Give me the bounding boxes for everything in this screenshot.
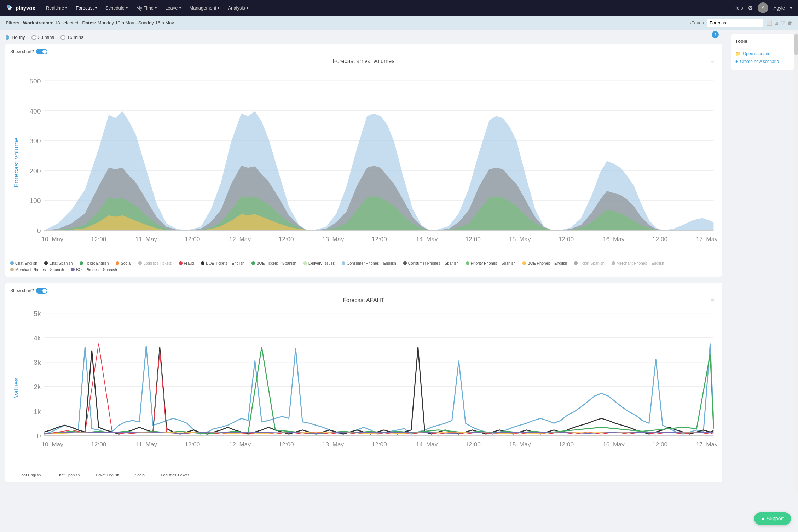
legend-dot (44, 261, 48, 265)
chevron-down-icon: ▾ (65, 6, 67, 10)
legend-dot (179, 261, 183, 265)
radio-15mins[interactable]: 15 mins (60, 35, 83, 40)
create-scenario-btn[interactable]: + Create new scenario (735, 58, 790, 65)
chart2-svg: Values 5k 4k 3k 2k 1k 0 (10, 306, 717, 469)
svg-text:2k: 2k (34, 383, 41, 391)
chart2-card: Show chart? Forecast AFAHT ≡ Values (5, 283, 722, 482)
legend-line (87, 475, 94, 475)
scrollbar-thumb[interactable] (794, 34, 798, 55)
show-chart-toggle-2[interactable] (36, 288, 47, 294)
content-area: Hourly 30 mins 15 mins Show chart? Forec… (0, 30, 727, 492)
radio-hourly[interactable]: Hourly (5, 35, 25, 40)
filters-label: Filters (6, 20, 19, 25)
legend-dot (303, 261, 307, 265)
nav-forecast[interactable]: Forecast ▾ (72, 0, 100, 16)
bookmark-icon[interactable]: ⊞ (774, 20, 779, 26)
tools-box: Tools 📁 Open scenario + Create new scena… (731, 34, 794, 70)
svg-text:300: 300 (29, 137, 41, 145)
legend-item: Merchant Phones – Spanish (10, 267, 64, 272)
logo[interactable]: playvox (6, 4, 35, 12)
svg-text:13. May: 13. May (322, 441, 344, 448)
svg-text:1k: 1k (34, 407, 41, 415)
nav-my-time[interactable]: My Time ▾ (133, 0, 160, 16)
sidebar-tools: Tools 📁 Open scenario + Create new scena… (727, 30, 798, 492)
radio-circle-30mins (31, 35, 36, 40)
legend-dot (342, 261, 345, 265)
filters-info: Workstreams: 18 selected Dates: Monday 1… (23, 20, 689, 25)
chart1-menu-icon[interactable]: ≡ (711, 58, 714, 64)
chart1-card: Show chart? Forecast arrival volumes ≡ F… (5, 44, 722, 277)
svg-text:15. May: 15. May (509, 236, 531, 243)
svg-text:12. May: 12. May (229, 236, 251, 243)
legend-dot (10, 268, 14, 271)
legend-item: Logistics Tickets (138, 261, 172, 265)
chevron-down-icon: ▾ (155, 6, 157, 10)
svg-text:12:00: 12:00 (372, 441, 387, 448)
help-badge[interactable]: ? (712, 31, 719, 38)
legend-item: Social (116, 261, 131, 265)
legend-dot (80, 261, 83, 265)
legend-dot (251, 261, 255, 265)
nav-management[interactable]: Management ▾ (186, 0, 223, 16)
svg-text:12:00: 12:00 (652, 441, 667, 448)
legend-item: Fraud (179, 261, 194, 265)
nav-leave[interactable]: Leave ▾ (162, 0, 184, 16)
main-layout: Hourly 30 mins 15 mins Show chart? Forec… (0, 30, 798, 492)
nav-realtime[interactable]: Realtime ▾ (42, 0, 71, 16)
chevron-down-icon: ▾ (247, 6, 248, 10)
legend-line (48, 475, 55, 475)
legend-item: Ticket English (87, 473, 119, 477)
radio-30mins[interactable]: 30 mins (31, 35, 54, 40)
svg-text:10. May: 10. May (41, 236, 63, 243)
legend-item: Delivery Issues (303, 261, 335, 265)
nav-schedule[interactable]: Schedule ▾ (102, 0, 131, 16)
legend-item: Priority Phones – Spanish (466, 261, 516, 265)
radio-circle-hourly (5, 35, 10, 40)
faves-icons: ⬜ ⊞ ♡ 🗑 (766, 20, 792, 26)
svg-text:12:00: 12:00 (278, 236, 294, 243)
svg-text:12:00: 12:00 (185, 441, 200, 448)
chevron-down-icon: ▾ (218, 6, 219, 10)
chart2-wrapper: Forecast AFAHT ≡ Values 5k 4k 3k (10, 297, 717, 469)
navbar: playvox Realtime ▾ Forecast ▾ Schedule ▾… (0, 0, 798, 16)
legend-item: BOE Tickets – Spanish (251, 261, 296, 265)
legend-item: Chat English (10, 473, 41, 477)
chart2-menu-icon[interactable]: ≡ (711, 297, 714, 303)
legend-dot (116, 261, 119, 265)
legend-line (126, 475, 133, 475)
legend-line (152, 475, 160, 475)
legend-item: Ticket Spanish (574, 261, 605, 265)
svg-text:11. May: 11. May (135, 236, 157, 243)
gear-icon[interactable]: ⚙ (748, 5, 753, 11)
svg-text:200: 200 (29, 167, 41, 175)
legend-item: Chat Spanish (48, 473, 80, 477)
faves-label: Faves (692, 20, 704, 25)
faves-input[interactable] (707, 19, 763, 27)
show-chart-toggle-1[interactable] (36, 49, 47, 54)
legend-dot (201, 261, 204, 265)
scrollbar-track[interactable] (794, 30, 798, 492)
legend-item: Consumer Phones – English (342, 261, 396, 265)
folder-icon: 📁 (735, 51, 741, 56)
svg-text:Forecast volume: Forecast volume (12, 137, 20, 187)
user-name[interactable]: Agyle (773, 5, 785, 11)
svg-text:14. May: 14. May (416, 441, 438, 448)
chevron-down-icon: ▾ (790, 5, 792, 11)
filters-bar: Filters Workstreams: 18 selected Dates: … (0, 16, 798, 30)
help-link[interactable]: Help (734, 5, 743, 11)
heart-icon[interactable]: ♡ (781, 20, 785, 26)
chart1-legend: Chat English Chat Spanish Ticket English… (10, 261, 717, 272)
legend-item: Consumer Phones – Spanish (403, 261, 459, 265)
save-icon[interactable]: ⬜ (766, 20, 772, 26)
svg-text:10. May: 10. May (41, 441, 63, 448)
svg-text:11. May: 11. May (135, 441, 157, 448)
legend-item: BOE Phones – English (522, 261, 567, 265)
nav-analysis[interactable]: Analysis ▾ (224, 0, 251, 16)
svg-text:Values: Values (12, 378, 20, 398)
radio-group: Hourly 30 mins 15 mins (5, 35, 722, 40)
delete-icon[interactable]: 🗑 (787, 20, 792, 26)
chevron-down-icon: ▾ (126, 6, 128, 10)
svg-text:12:00: 12:00 (466, 441, 481, 448)
open-scenario-btn[interactable]: 📁 Open scenario (735, 50, 790, 58)
legend-dot (138, 261, 142, 265)
